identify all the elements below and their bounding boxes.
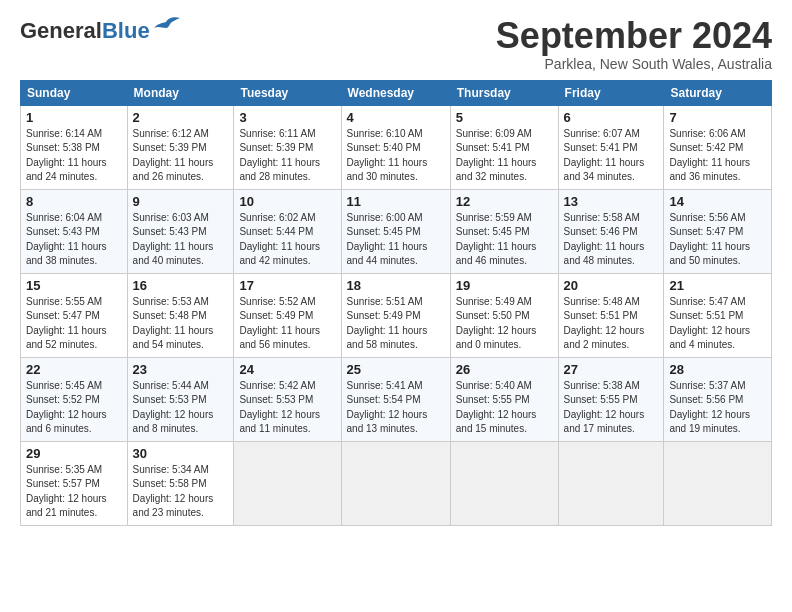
day-detail-line: Daylight: 12 hours xyxy=(669,408,766,423)
calendar-cell: 27Sunrise: 5:38 AMSunset: 5:55 PMDayligh… xyxy=(558,357,664,441)
day-number: 30 xyxy=(133,446,229,461)
day-detail-line: Daylight: 12 hours xyxy=(669,324,766,339)
day-detail-line: and 40 minutes. xyxy=(133,254,229,269)
day-detail-line: Sunrise: 6:07 AM xyxy=(564,127,659,142)
day-detail-line: Sunrise: 5:40 AM xyxy=(456,379,553,394)
day-detail-line: and 54 minutes. xyxy=(133,338,229,353)
calendar-cell: 5Sunrise: 6:09 AMSunset: 5:41 PMDaylight… xyxy=(450,105,558,189)
calendar-cell: 20Sunrise: 5:48 AMSunset: 5:51 PMDayligh… xyxy=(558,273,664,357)
day-number: 17 xyxy=(239,278,335,293)
day-detail: Sunrise: 6:11 AMSunset: 5:39 PMDaylight:… xyxy=(239,127,335,185)
day-detail-line: Sunset: 5:54 PM xyxy=(347,393,445,408)
day-detail-line: Daylight: 12 hours xyxy=(456,408,553,423)
day-detail: Sunrise: 5:41 AMSunset: 5:54 PMDaylight:… xyxy=(347,379,445,437)
day-detail: Sunrise: 6:06 AMSunset: 5:42 PMDaylight:… xyxy=(669,127,766,185)
day-number: 11 xyxy=(347,194,445,209)
day-detail-line: and 4 minutes. xyxy=(669,338,766,353)
day-detail-line: Sunset: 5:57 PM xyxy=(26,477,122,492)
day-detail-line: Sunset: 5:38 PM xyxy=(26,141,122,156)
day-detail-line: Daylight: 11 hours xyxy=(669,240,766,255)
calendar-cell: 23Sunrise: 5:44 AMSunset: 5:53 PMDayligh… xyxy=(127,357,234,441)
calendar-cell: 28Sunrise: 5:37 AMSunset: 5:56 PMDayligh… xyxy=(664,357,772,441)
day-number: 22 xyxy=(26,362,122,377)
day-detail-line: and 24 minutes. xyxy=(26,170,122,185)
day-detail-line: Sunset: 5:51 PM xyxy=(669,309,766,324)
day-detail-line: and 8 minutes. xyxy=(133,422,229,437)
day-detail-line: Sunset: 5:42 PM xyxy=(669,141,766,156)
day-detail-line: Daylight: 11 hours xyxy=(564,156,659,171)
day-detail-line: Sunrise: 5:44 AM xyxy=(133,379,229,394)
day-detail-line: Sunrise: 5:56 AM xyxy=(669,211,766,226)
day-number: 24 xyxy=(239,362,335,377)
day-detail-line: Sunset: 5:41 PM xyxy=(564,141,659,156)
day-number: 4 xyxy=(347,110,445,125)
day-detail-line: Daylight: 11 hours xyxy=(564,240,659,255)
calendar-week-row: 22Sunrise: 5:45 AMSunset: 5:52 PMDayligh… xyxy=(21,357,772,441)
day-detail-line: Sunrise: 5:55 AM xyxy=(26,295,122,310)
day-detail-line: Sunset: 5:49 PM xyxy=(347,309,445,324)
day-detail-line: Sunrise: 5:53 AM xyxy=(133,295,229,310)
day-detail: Sunrise: 5:53 AMSunset: 5:48 PMDaylight:… xyxy=(133,295,229,353)
day-detail-line: and 28 minutes. xyxy=(239,170,335,185)
day-detail-line: and 38 minutes. xyxy=(26,254,122,269)
day-detail: Sunrise: 5:37 AMSunset: 5:56 PMDaylight:… xyxy=(669,379,766,437)
day-detail: Sunrise: 6:02 AMSunset: 5:44 PMDaylight:… xyxy=(239,211,335,269)
day-number: 27 xyxy=(564,362,659,377)
day-detail-line: and 42 minutes. xyxy=(239,254,335,269)
calendar-cell: 1Sunrise: 6:14 AMSunset: 5:38 PMDaylight… xyxy=(21,105,128,189)
calendar-cell: 7Sunrise: 6:06 AMSunset: 5:42 PMDaylight… xyxy=(664,105,772,189)
calendar-cell: 17Sunrise: 5:52 AMSunset: 5:49 PMDayligh… xyxy=(234,273,341,357)
day-detail-line: Sunset: 5:47 PM xyxy=(26,309,122,324)
day-number: 14 xyxy=(669,194,766,209)
calendar-header-row: SundayMondayTuesdayWednesdayThursdayFrid… xyxy=(21,80,772,105)
day-detail-line: Sunrise: 6:06 AM xyxy=(669,127,766,142)
day-detail-line: Sunset: 5:45 PM xyxy=(456,225,553,240)
day-detail-line: Sunrise: 5:35 AM xyxy=(26,463,122,478)
calendar-cell: 11Sunrise: 6:00 AMSunset: 5:45 PMDayligh… xyxy=(341,189,450,273)
day-detail-line: Sunrise: 5:48 AM xyxy=(564,295,659,310)
day-detail: Sunrise: 5:42 AMSunset: 5:53 PMDaylight:… xyxy=(239,379,335,437)
day-detail-line: Sunset: 5:41 PM xyxy=(456,141,553,156)
calendar-cell: 25Sunrise: 5:41 AMSunset: 5:54 PMDayligh… xyxy=(341,357,450,441)
day-detail-line: and 0 minutes. xyxy=(456,338,553,353)
col-header-wednesday: Wednesday xyxy=(341,80,450,105)
location-title: Parklea, New South Wales, Australia xyxy=(496,56,772,72)
day-detail-line: Daylight: 11 hours xyxy=(239,240,335,255)
col-header-friday: Friday xyxy=(558,80,664,105)
day-detail-line: Daylight: 11 hours xyxy=(26,156,122,171)
day-detail-line: Daylight: 11 hours xyxy=(239,324,335,339)
day-detail-line: Sunrise: 5:34 AM xyxy=(133,463,229,478)
day-detail-line: Daylight: 12 hours xyxy=(564,408,659,423)
day-detail-line: Sunset: 5:56 PM xyxy=(669,393,766,408)
day-detail: Sunrise: 5:44 AMSunset: 5:53 PMDaylight:… xyxy=(133,379,229,437)
day-detail-line: Sunset: 5:50 PM xyxy=(456,309,553,324)
day-detail-line: Sunset: 5:47 PM xyxy=(669,225,766,240)
day-detail-line: Daylight: 11 hours xyxy=(456,240,553,255)
day-number: 26 xyxy=(456,362,553,377)
day-detail-line: Sunrise: 5:58 AM xyxy=(564,211,659,226)
day-detail-line: and 30 minutes. xyxy=(347,170,445,185)
calendar-cell: 12Sunrise: 5:59 AMSunset: 5:45 PMDayligh… xyxy=(450,189,558,273)
col-header-sunday: Sunday xyxy=(21,80,128,105)
day-detail-line: and 32 minutes. xyxy=(456,170,553,185)
day-detail-line: and 13 minutes. xyxy=(347,422,445,437)
day-detail-line: Sunset: 5:39 PM xyxy=(239,141,335,156)
col-header-tuesday: Tuesday xyxy=(234,80,341,105)
day-detail: Sunrise: 5:51 AMSunset: 5:49 PMDaylight:… xyxy=(347,295,445,353)
day-number: 16 xyxy=(133,278,229,293)
day-detail-line: Sunset: 5:43 PM xyxy=(133,225,229,240)
day-detail-line: Sunset: 5:52 PM xyxy=(26,393,122,408)
day-detail-line: Sunrise: 5:37 AM xyxy=(669,379,766,394)
day-detail: Sunrise: 5:55 AMSunset: 5:47 PMDaylight:… xyxy=(26,295,122,353)
calendar-cell xyxy=(664,441,772,525)
day-detail-line: Sunset: 5:39 PM xyxy=(133,141,229,156)
calendar-cell: 26Sunrise: 5:40 AMSunset: 5:55 PMDayligh… xyxy=(450,357,558,441)
day-detail-line: Daylight: 11 hours xyxy=(347,240,445,255)
day-detail-line: Sunset: 5:55 PM xyxy=(564,393,659,408)
day-detail-line: Sunrise: 5:49 AM xyxy=(456,295,553,310)
day-detail-line: Sunrise: 5:45 AM xyxy=(26,379,122,394)
day-number: 10 xyxy=(239,194,335,209)
day-detail-line: Sunset: 5:51 PM xyxy=(564,309,659,324)
day-detail-line: Daylight: 11 hours xyxy=(347,324,445,339)
calendar-week-row: 15Sunrise: 5:55 AMSunset: 5:47 PMDayligh… xyxy=(21,273,772,357)
